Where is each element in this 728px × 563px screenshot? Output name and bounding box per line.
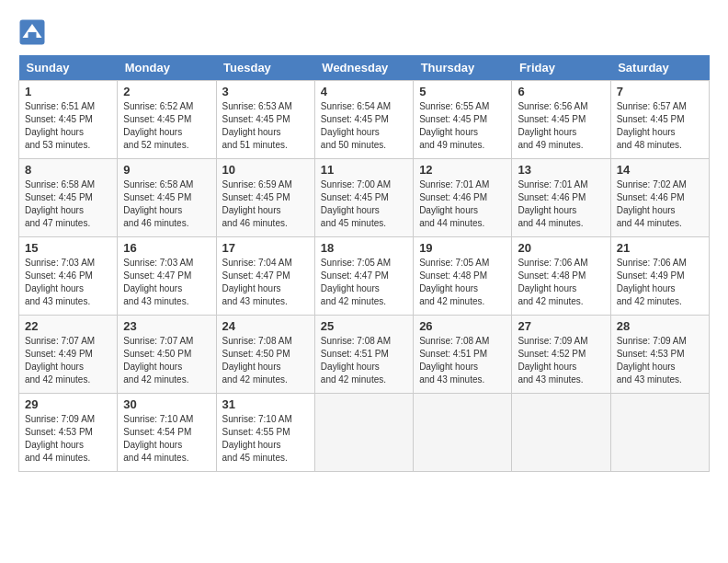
day-info: Sunrise: 6:53 AMSunset: 4:45 PMDaylight … — [222, 100, 309, 152]
calendar-week-row: 1Sunrise: 6:51 AMSunset: 4:45 PMDaylight… — [19, 81, 710, 159]
calendar-cell: 27Sunrise: 7:09 AMSunset: 4:52 PMDayligh… — [512, 316, 610, 394]
day-number: 11 — [321, 163, 407, 177]
day-number: 14 — [617, 163, 703, 177]
day-info: Sunrise: 7:07 AMSunset: 4:49 PMDaylight … — [25, 335, 111, 386]
calendar-cell: 28Sunrise: 7:09 AMSunset: 4:53 PMDayligh… — [610, 316, 709, 394]
calendar-cell: 1Sunrise: 6:51 AMSunset: 4:45 PMDaylight… — [19, 81, 118, 159]
day-info: Sunrise: 7:01 AMSunset: 4:46 PMDaylight … — [419, 178, 506, 230]
weekday-header-sunday: Sunday — [19, 55, 118, 81]
day-info: Sunrise: 7:05 AMSunset: 4:47 PMDaylight … — [321, 257, 407, 308]
weekday-header-thursday: Thursday — [414, 55, 512, 81]
day-info: Sunrise: 6:55 AMSunset: 4:45 PMDaylight … — [419, 100, 506, 152]
calendar-cell: 22Sunrise: 7:07 AMSunset: 4:49 PMDayligh… — [19, 316, 118, 394]
day-number: 27 — [518, 319, 604, 333]
calendar-cell: 7Sunrise: 6:57 AMSunset: 4:45 PMDaylight… — [610, 81, 709, 159]
day-number: 28 — [617, 319, 703, 333]
day-info: Sunrise: 7:03 AMSunset: 4:46 PMDaylight … — [25, 257, 111, 308]
day-number: 16 — [123, 241, 210, 255]
calendar-cell: 5Sunrise: 6:55 AMSunset: 4:45 PMDaylight… — [414, 81, 512, 159]
calendar-cell: 8Sunrise: 6:58 AMSunset: 4:45 PMDaylight… — [19, 159, 118, 237]
calendar-cell: 15Sunrise: 7:03 AMSunset: 4:46 PMDayligh… — [19, 237, 118, 316]
day-info: Sunrise: 7:01 AMSunset: 4:46 PMDaylight … — [518, 178, 604, 230]
weekday-header-row: SundayMondayTuesdayWednesdayThursdayFrid… — [19, 55, 710, 81]
day-number: 22 — [25, 319, 111, 333]
calendar-cell: 2Sunrise: 6:52 AMSunset: 4:45 PMDaylight… — [118, 81, 216, 159]
day-number: 1 — [25, 85, 111, 98]
day-number: 21 — [617, 241, 703, 255]
day-info: Sunrise: 6:57 AMSunset: 4:45 PMDaylight … — [617, 100, 703, 152]
weekday-header-friday: Friday — [512, 55, 610, 81]
day-info: Sunrise: 6:52 AMSunset: 4:45 PMDaylight … — [123, 100, 210, 152]
calendar-cell — [414, 394, 512, 472]
day-number: 25 — [321, 319, 407, 333]
day-number: 3 — [222, 85, 309, 98]
calendar-cell: 6Sunrise: 6:56 AMSunset: 4:45 PMDaylight… — [512, 81, 610, 159]
calendar-cell: 25Sunrise: 7:08 AMSunset: 4:51 PMDayligh… — [314, 316, 413, 394]
calendar-cell: 18Sunrise: 7:05 AMSunset: 4:47 PMDayligh… — [314, 237, 413, 316]
calendar-cell: 12Sunrise: 7:01 AMSunset: 4:46 PMDayligh… — [414, 159, 512, 237]
day-number: 4 — [321, 85, 407, 98]
calendar-cell — [314, 394, 413, 472]
day-number: 15 — [25, 241, 111, 255]
calendar-cell: 13Sunrise: 7:01 AMSunset: 4:46 PMDayligh… — [512, 159, 610, 237]
day-number: 23 — [123, 319, 210, 333]
calendar-week-row: 8Sunrise: 6:58 AMSunset: 4:45 PMDaylight… — [19, 159, 710, 237]
calendar-cell: 11Sunrise: 7:00 AMSunset: 4:45 PMDayligh… — [314, 159, 413, 237]
page-container: SundayMondayTuesdayWednesdayThursdayFrid… — [18, 18, 710, 472]
calendar-cell: 4Sunrise: 6:54 AMSunset: 4:45 PMDaylight… — [314, 81, 413, 159]
day-number: 10 — [222, 163, 309, 177]
weekday-header-monday: Monday — [118, 55, 216, 81]
calendar-cell: 20Sunrise: 7:06 AMSunset: 4:48 PMDayligh… — [512, 237, 610, 316]
calendar-cell: 16Sunrise: 7:03 AMSunset: 4:47 PMDayligh… — [118, 237, 216, 316]
day-info: Sunrise: 6:56 AMSunset: 4:45 PMDaylight … — [518, 100, 604, 152]
logo — [18, 18, 48, 46]
day-number: 5 — [419, 85, 506, 98]
day-number: 19 — [419, 241, 506, 255]
calendar-cell: 9Sunrise: 6:58 AMSunset: 4:45 PMDaylight… — [118, 159, 216, 237]
svg-rect-2 — [28, 32, 37, 40]
calendar-table: SundayMondayTuesdayWednesdayThursdayFrid… — [18, 55, 710, 472]
day-info: Sunrise: 7:09 AMSunset: 4:53 PMDaylight … — [25, 413, 111, 465]
calendar-cell: 24Sunrise: 7:08 AMSunset: 4:50 PMDayligh… — [216, 316, 314, 394]
calendar-cell: 23Sunrise: 7:07 AMSunset: 4:50 PMDayligh… — [118, 316, 216, 394]
calendar-week-row: 15Sunrise: 7:03 AMSunset: 4:46 PMDayligh… — [19, 237, 710, 316]
day-info: Sunrise: 6:58 AMSunset: 4:45 PMDaylight … — [25, 178, 111, 230]
weekday-header-tuesday: Tuesday — [216, 55, 314, 81]
calendar-cell: 21Sunrise: 7:06 AMSunset: 4:49 PMDayligh… — [610, 237, 709, 316]
day-info: Sunrise: 7:07 AMSunset: 4:50 PMDaylight … — [123, 335, 210, 386]
calendar-cell: 19Sunrise: 7:05 AMSunset: 4:48 PMDayligh… — [414, 237, 512, 316]
day-info: Sunrise: 7:09 AMSunset: 4:52 PMDaylight … — [518, 335, 604, 386]
day-number: 9 — [123, 163, 210, 177]
day-info: Sunrise: 7:04 AMSunset: 4:47 PMDaylight … — [222, 257, 309, 308]
day-info: Sunrise: 7:00 AMSunset: 4:45 PMDaylight … — [321, 178, 407, 230]
day-info: Sunrise: 7:08 AMSunset: 4:51 PMDaylight … — [419, 335, 506, 386]
day-number: 6 — [518, 85, 604, 98]
day-number: 31 — [222, 397, 309, 411]
calendar-cell: 3Sunrise: 6:53 AMSunset: 4:45 PMDaylight… — [216, 81, 314, 159]
day-info: Sunrise: 7:10 AMSunset: 4:55 PMDaylight … — [222, 413, 309, 465]
day-number: 8 — [25, 163, 111, 177]
calendar-cell — [610, 394, 709, 472]
day-number: 17 — [222, 241, 309, 255]
day-info: Sunrise: 7:06 AMSunset: 4:48 PMDaylight … — [518, 257, 604, 308]
day-info: Sunrise: 6:59 AMSunset: 4:45 PMDaylight … — [222, 178, 309, 230]
day-info: Sunrise: 7:10 AMSunset: 4:54 PMDaylight … — [123, 413, 210, 465]
day-number: 2 — [123, 85, 210, 98]
day-info: Sunrise: 6:54 AMSunset: 4:45 PMDaylight … — [321, 100, 407, 152]
calendar-cell — [512, 394, 610, 472]
day-number: 12 — [419, 163, 506, 177]
calendar-cell: 26Sunrise: 7:08 AMSunset: 4:51 PMDayligh… — [414, 316, 512, 394]
day-info: Sunrise: 7:06 AMSunset: 4:49 PMDaylight … — [617, 257, 703, 308]
calendar-cell: 30Sunrise: 7:10 AMSunset: 4:54 PMDayligh… — [118, 394, 216, 472]
logo-icon — [18, 18, 46, 46]
calendar-cell: 17Sunrise: 7:04 AMSunset: 4:47 PMDayligh… — [216, 237, 314, 316]
calendar-cell: 31Sunrise: 7:10 AMSunset: 4:55 PMDayligh… — [216, 394, 314, 472]
calendar-week-row: 29Sunrise: 7:09 AMSunset: 4:53 PMDayligh… — [19, 394, 710, 472]
day-number: 26 — [419, 319, 506, 333]
calendar-cell: 14Sunrise: 7:02 AMSunset: 4:46 PMDayligh… — [610, 159, 709, 237]
day-number: 20 — [518, 241, 604, 255]
day-info: Sunrise: 6:51 AMSunset: 4:45 PMDaylight … — [25, 100, 111, 152]
day-number: 29 — [25, 397, 111, 411]
day-number: 7 — [617, 85, 703, 98]
day-number: 24 — [222, 319, 309, 333]
